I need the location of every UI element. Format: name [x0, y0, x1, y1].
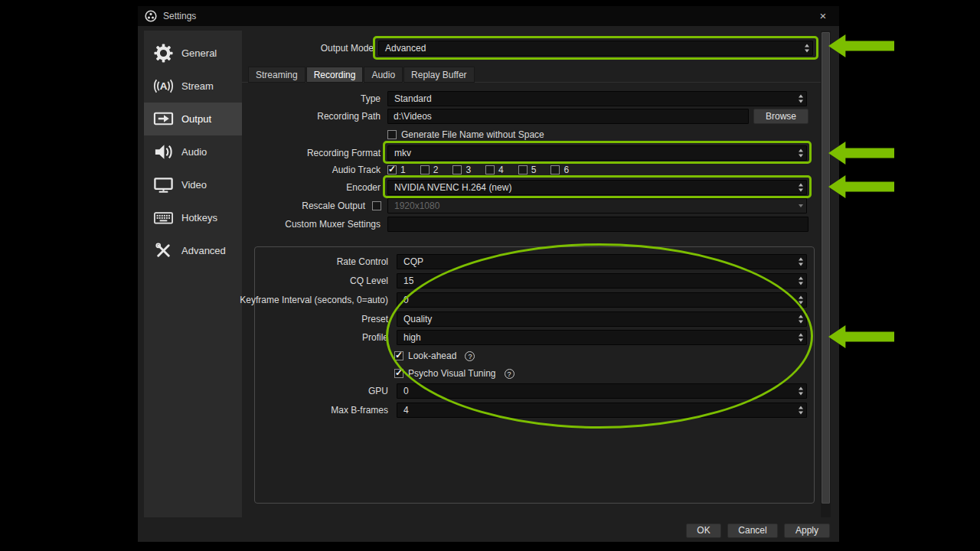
- recording-path-input[interactable]: [387, 109, 749, 124]
- sidebar-item-audio[interactable]: Audio: [144, 135, 242, 168]
- rescale-output-label: Rescale Output: [302, 198, 365, 214]
- gear-icon: [152, 42, 175, 65]
- scrollbar-thumb[interactable]: [822, 32, 830, 504]
- keyframe-interval-value: 0: [403, 293, 409, 308]
- audio-track-1-label: 1: [400, 165, 406, 175]
- encoder-value: NVIDIA NVENC H.264 (new): [394, 181, 511, 195]
- browse-button[interactable]: Browse: [753, 109, 808, 124]
- audio-track-row: 1 2 3 4 5 6: [387, 162, 579, 178]
- recording-format-value: mkv: [394, 146, 411, 161]
- broadcast-icon: A: [152, 75, 175, 98]
- sidebar-item-stream[interactable]: A Stream: [144, 70, 242, 103]
- sidebar-item-label: Audio: [181, 146, 207, 158]
- custom-muxer-input[interactable]: [387, 217, 808, 232]
- keyboard-icon: [152, 207, 175, 230]
- combo-arrows-icon: [799, 315, 803, 324]
- spinner-arrows-icon[interactable]: [799, 387, 803, 396]
- sidebar-item-hotkeys[interactable]: Hotkeys: [144, 201, 242, 234]
- sidebar-item-general[interactable]: General: [144, 37, 242, 70]
- ok-button[interactable]: OK: [686, 523, 721, 538]
- svg-text:A: A: [159, 80, 167, 92]
- rate-control-label: Rate Control: [337, 254, 388, 269]
- help-icon[interactable]: ?: [465, 351, 475, 361]
- look-ahead-checkbox[interactable]: [394, 351, 403, 360]
- sidebar-item-label: Hotkeys: [181, 212, 217, 223]
- sidebar-item-label: Advanced: [181, 245, 226, 256]
- rescale-resolution-select[interactable]: 1920x1080: [387, 198, 807, 214]
- type-select[interactable]: Standard: [387, 91, 807, 106]
- keyframe-interval-spinner[interactable]: 0: [397, 292, 807, 308]
- audio-track-5-checkbox[interactable]: [518, 165, 528, 174]
- output-mode-value: Advanced: [385, 41, 426, 56]
- spinner-arrows-icon[interactable]: [799, 296, 803, 305]
- preset-select[interactable]: Quality: [397, 311, 807, 327]
- profile-select[interactable]: high: [397, 330, 807, 345]
- rescale-output-checkbox[interactable]: [372, 201, 381, 210]
- tab-streaming[interactable]: Streaming: [248, 67, 305, 83]
- window-title: Settings: [163, 11, 196, 21]
- max-b-frames-label: Max B-frames: [331, 403, 388, 418]
- combo-arrows-icon: [799, 95, 803, 103]
- gpu-spinner[interactable]: 0: [397, 383, 807, 399]
- psycho-visual-label: Psycho Visual Tuning: [408, 368, 496, 379]
- sidebar-item-label: Video: [181, 179, 207, 191]
- combo-arrows-icon: [805, 44, 809, 53]
- cq-level-spinner[interactable]: 15: [397, 273, 807, 289]
- tab-recording[interactable]: Recording: [306, 67, 364, 83]
- audio-track-2-checkbox[interactable]: [420, 165, 430, 174]
- sidebar-item-video[interactable]: Video: [144, 168, 242, 201]
- encoder-select[interactable]: NVIDIA NVENC H.264 (new): [387, 180, 807, 195]
- preset-label: Preset: [361, 311, 388, 327]
- tab-replay-buffer[interactable]: Replay Buffer: [403, 67, 475, 83]
- sidebar-item-output[interactable]: Output: [144, 103, 242, 135]
- audio-track-4-label: 4: [498, 165, 504, 175]
- combo-arrows-icon: [799, 149, 803, 158]
- spinner-arrows-icon[interactable]: [799, 277, 803, 285]
- audio-track-6-label: 6: [564, 165, 569, 175]
- sidebar-item-advanced[interactable]: Advanced: [144, 234, 242, 267]
- help-icon[interactable]: ?: [505, 369, 514, 379]
- generate-no-space-label: Generate File Name without Space: [401, 129, 544, 140]
- recording-format-label: Recording Format: [307, 145, 381, 161]
- titlebar: Settings ×: [138, 6, 839, 26]
- spinner-arrows-icon[interactable]: [799, 406, 803, 415]
- sidebar-item-label: Stream: [181, 80, 214, 92]
- gpu-value: 0: [403, 384, 409, 399]
- cancel-button[interactable]: Cancel: [727, 523, 778, 538]
- look-ahead-label: Look-ahead: [408, 350, 456, 361]
- sidebar-item-label: Output: [181, 113, 211, 125]
- audio-track-2-label: 2: [433, 165, 439, 175]
- display-icon: [152, 174, 175, 197]
- tab-audio[interactable]: Audio: [364, 67, 403, 83]
- vertical-scrollbar[interactable]: [821, 31, 831, 517]
- sidebar-item-label: General: [181, 47, 217, 59]
- generate-no-space-checkbox[interactable]: [387, 130, 397, 139]
- audio-track-5-label: 5: [531, 165, 537, 175]
- max-b-frames-spinner[interactable]: 4: [397, 403, 807, 418]
- type-value: Standard: [394, 92, 432, 106]
- max-b-frames-value: 4: [403, 403, 409, 418]
- output-tabs: Streaming Recording Audio Replay Buffer: [248, 67, 475, 83]
- output-mode-select[interactable]: Advanced: [378, 41, 813, 56]
- recording-format-select[interactable]: mkv: [387, 145, 807, 161]
- audio-track-3-checkbox[interactable]: [452, 165, 462, 174]
- rate-control-select[interactable]: CQP: [397, 254, 807, 269]
- gpu-label: GPU: [368, 383, 388, 399]
- audio-track-6-checkbox[interactable]: [550, 165, 560, 174]
- desktop-background: Settings × General A Stream Outpu: [0, 0, 980, 551]
- audio-track-4-checkbox[interactable]: [485, 165, 495, 174]
- output-mode-label: Output Mode: [321, 41, 374, 56]
- apply-button[interactable]: Apply: [784, 523, 830, 538]
- tab-label: Streaming: [256, 70, 298, 80]
- cq-level-value: 15: [403, 274, 413, 289]
- preset-value: Quality: [403, 312, 432, 327]
- audio-track-1-checkbox[interactable]: [387, 165, 397, 174]
- combo-arrows-icon: [799, 258, 803, 266]
- tab-label: Recording: [314, 70, 356, 80]
- tab-label: Audio: [371, 70, 395, 80]
- close-icon[interactable]: ×: [812, 6, 835, 26]
- profile-value: high: [403, 331, 421, 345]
- psycho-visual-checkbox[interactable]: [394, 369, 403, 378]
- monitor-arrow-icon: [152, 108, 175, 131]
- keyframe-interval-label: Keyframe Interval (seconds, 0=auto): [240, 292, 388, 308]
